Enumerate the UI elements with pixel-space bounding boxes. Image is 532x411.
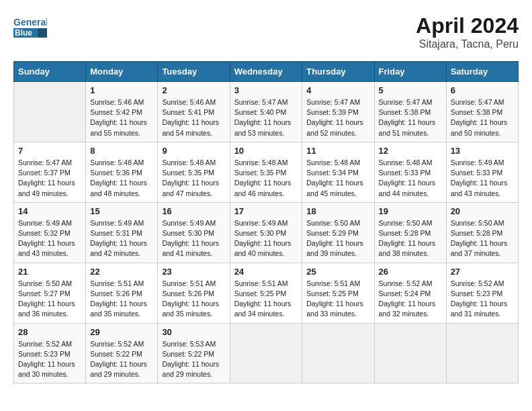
calendar-week-3: 14Sunrise: 5:49 AM Sunset: 5:32 PM Dayli…	[14, 202, 519, 263]
cell-info-text: Sunrise: 5:50 AM Sunset: 5:28 PM Dayligh…	[379, 218, 442, 259]
cell-info-text: Sunrise: 5:46 AM Sunset: 5:41 PM Dayligh…	[162, 97, 225, 138]
cell-day-number: 6	[451, 85, 514, 95]
calendar-week-5: 28Sunrise: 5:52 AM Sunset: 5:23 PM Dayli…	[14, 323, 519, 383]
cell-day-number: 24	[234, 267, 298, 277]
calendar-cell: 7Sunrise: 5:47 AM Sunset: 5:37 PM Daylig…	[14, 142, 86, 202]
cell-info-text: Sunrise: 5:52 AM Sunset: 5:23 PM Dayligh…	[18, 339, 81, 380]
weekday-header-thursday: Thursday	[302, 62, 374, 82]
cell-info-text: Sunrise: 5:48 AM Sunset: 5:36 PM Dayligh…	[90, 158, 153, 199]
calendar-cell: 26Sunrise: 5:52 AM Sunset: 5:24 PM Dayli…	[374, 263, 446, 323]
calendar-cell: 16Sunrise: 5:49 AM Sunset: 5:30 PM Dayli…	[158, 202, 230, 263]
cell-day-number: 20	[451, 206, 514, 216]
calendar-cell: 25Sunrise: 5:51 AM Sunset: 5:25 PM Dayli…	[302, 263, 374, 323]
calendar-cell: 28Sunrise: 5:52 AM Sunset: 5:23 PM Dayli…	[14, 323, 86, 383]
cell-info-text: Sunrise: 5:49 AM Sunset: 5:30 PM Dayligh…	[234, 218, 298, 259]
cell-day-number: 29	[90, 327, 153, 337]
weekday-header-saturday: Saturday	[446, 62, 518, 82]
logo-icon: General Blue	[13, 13, 47, 40]
calendar-cell: 10Sunrise: 5:48 AM Sunset: 5:35 PM Dayli…	[230, 142, 302, 202]
cell-day-number: 26	[379, 267, 442, 277]
svg-text:General: General	[13, 17, 47, 28]
calendar-cell	[374, 323, 446, 383]
cell-info-text: Sunrise: 5:52 AM Sunset: 5:23 PM Dayligh…	[451, 279, 514, 320]
cell-day-number: 1	[90, 85, 153, 95]
calendar-subtitle: Sitajara, Tacna, Peru	[416, 38, 519, 50]
weekday-header-friday: Friday	[374, 62, 446, 82]
calendar-cell: 8Sunrise: 5:48 AM Sunset: 5:36 PM Daylig…	[86, 142, 158, 202]
calendar-cell: 6Sunrise: 5:47 AM Sunset: 5:38 PM Daylig…	[446, 82, 518, 142]
cell-day-number: 14	[18, 206, 81, 216]
calendar-cell: 17Sunrise: 5:49 AM Sunset: 5:30 PM Dayli…	[230, 202, 302, 263]
svg-marker-2	[38, 28, 47, 38]
cell-info-text: Sunrise: 5:51 AM Sunset: 5:25 PM Dayligh…	[306, 279, 369, 320]
calendar-cell: 29Sunrise: 5:52 AM Sunset: 5:22 PM Dayli…	[86, 323, 158, 383]
cell-day-number: 8	[90, 146, 153, 156]
calendar-body: 1Sunrise: 5:46 AM Sunset: 5:42 PM Daylig…	[14, 82, 519, 383]
weekday-header-monday: Monday	[86, 62, 158, 82]
cell-day-number: 3	[234, 85, 298, 95]
cell-day-number: 19	[379, 206, 442, 216]
calendar-cell: 4Sunrise: 5:47 AM Sunset: 5:39 PM Daylig…	[302, 82, 374, 142]
cell-info-text: Sunrise: 5:52 AM Sunset: 5:24 PM Dayligh…	[379, 279, 442, 320]
calendar-cell: 13Sunrise: 5:49 AM Sunset: 5:33 PM Dayli…	[446, 142, 518, 202]
cell-day-number: 27	[451, 267, 514, 277]
calendar-cell: 19Sunrise: 5:50 AM Sunset: 5:28 PM Dayli…	[374, 202, 446, 263]
calendar-week-4: 21Sunrise: 5:50 AM Sunset: 5:27 PM Dayli…	[14, 263, 519, 323]
page-header: General Blue April 2024 Sitajara, Tacna,…	[13, 13, 519, 50]
calendar-cell	[446, 323, 518, 383]
cell-day-number: 10	[234, 146, 298, 156]
calendar-header: SundayMondayTuesdayWednesdayThursdayFrid…	[14, 62, 519, 82]
cell-info-text: Sunrise: 5:51 AM Sunset: 5:26 PM Dayligh…	[162, 279, 225, 320]
calendar-cell: 24Sunrise: 5:51 AM Sunset: 5:25 PM Dayli…	[230, 263, 302, 323]
cell-day-number: 15	[90, 206, 153, 216]
cell-info-text: Sunrise: 5:48 AM Sunset: 5:33 PM Dayligh…	[379, 158, 442, 199]
cell-day-number: 16	[162, 206, 225, 216]
cell-info-text: Sunrise: 5:48 AM Sunset: 5:35 PM Dayligh…	[162, 158, 225, 199]
cell-info-text: Sunrise: 5:51 AM Sunset: 5:25 PM Dayligh…	[234, 279, 298, 320]
calendar-cell: 22Sunrise: 5:51 AM Sunset: 5:26 PM Dayli…	[86, 263, 158, 323]
cell-day-number: 7	[18, 146, 81, 156]
calendar-cell: 18Sunrise: 5:50 AM Sunset: 5:29 PM Dayli…	[302, 202, 374, 263]
calendar-cell: 5Sunrise: 5:47 AM Sunset: 5:38 PM Daylig…	[374, 82, 446, 142]
calendar-cell: 14Sunrise: 5:49 AM Sunset: 5:32 PM Dayli…	[14, 202, 86, 263]
calendar-cell: 2Sunrise: 5:46 AM Sunset: 5:41 PM Daylig…	[158, 82, 230, 142]
calendar-cell: 30Sunrise: 5:53 AM Sunset: 5:22 PM Dayli…	[158, 323, 230, 383]
cell-day-number: 4	[306, 85, 369, 95]
cell-day-number: 11	[306, 146, 369, 156]
calendar-cell	[14, 82, 86, 142]
cell-info-text: Sunrise: 5:47 AM Sunset: 5:38 PM Dayligh…	[379, 97, 442, 138]
calendar-cell: 1Sunrise: 5:46 AM Sunset: 5:42 PM Daylig…	[86, 82, 158, 142]
cell-info-text: Sunrise: 5:48 AM Sunset: 5:34 PM Dayligh…	[306, 158, 369, 199]
cell-info-text: Sunrise: 5:49 AM Sunset: 5:32 PM Dayligh…	[18, 218, 81, 259]
weekday-header-wednesday: Wednesday	[230, 62, 302, 82]
calendar-cell: 9Sunrise: 5:48 AM Sunset: 5:35 PM Daylig…	[158, 142, 230, 202]
cell-day-number: 2	[162, 85, 225, 95]
cell-info-text: Sunrise: 5:50 AM Sunset: 5:28 PM Dayligh…	[451, 218, 514, 259]
calendar-cell: 15Sunrise: 5:49 AM Sunset: 5:31 PM Dayli…	[86, 202, 158, 263]
calendar-cell: 20Sunrise: 5:50 AM Sunset: 5:28 PM Dayli…	[446, 202, 518, 263]
cell-info-text: Sunrise: 5:49 AM Sunset: 5:31 PM Dayligh…	[90, 218, 153, 259]
cell-day-number: 9	[162, 146, 225, 156]
calendar-week-2: 7Sunrise: 5:47 AM Sunset: 5:37 PM Daylig…	[14, 142, 519, 202]
cell-info-text: Sunrise: 5:46 AM Sunset: 5:42 PM Dayligh…	[90, 97, 153, 138]
cell-info-text: Sunrise: 5:50 AM Sunset: 5:29 PM Dayligh…	[306, 218, 369, 259]
svg-text:Blue: Blue	[15, 28, 32, 38]
cell-day-number: 23	[162, 267, 225, 277]
cell-day-number: 17	[234, 206, 298, 216]
cell-info-text: Sunrise: 5:49 AM Sunset: 5:30 PM Dayligh…	[162, 218, 225, 259]
cell-info-text: Sunrise: 5:47 AM Sunset: 5:40 PM Dayligh…	[234, 97, 298, 138]
cell-info-text: Sunrise: 5:52 AM Sunset: 5:22 PM Dayligh…	[90, 339, 153, 380]
cell-info-text: Sunrise: 5:53 AM Sunset: 5:22 PM Dayligh…	[162, 339, 225, 380]
title-block: April 2024 Sitajara, Tacna, Peru	[416, 13, 519, 50]
weekday-header-row: SundayMondayTuesdayWednesdayThursdayFrid…	[14, 62, 519, 82]
calendar-cell: 11Sunrise: 5:48 AM Sunset: 5:34 PM Dayli…	[302, 142, 374, 202]
weekday-header-tuesday: Tuesday	[158, 62, 230, 82]
cell-info-text: Sunrise: 5:51 AM Sunset: 5:26 PM Dayligh…	[90, 279, 153, 320]
calendar-cell: 12Sunrise: 5:48 AM Sunset: 5:33 PM Dayli…	[374, 142, 446, 202]
calendar-cell	[302, 323, 374, 383]
logo: General Blue	[13, 13, 47, 40]
cell-day-number: 5	[379, 85, 442, 95]
cell-info-text: Sunrise: 5:47 AM Sunset: 5:37 PM Dayligh…	[18, 158, 81, 199]
cell-day-number: 30	[162, 327, 225, 337]
cell-day-number: 21	[18, 267, 81, 277]
